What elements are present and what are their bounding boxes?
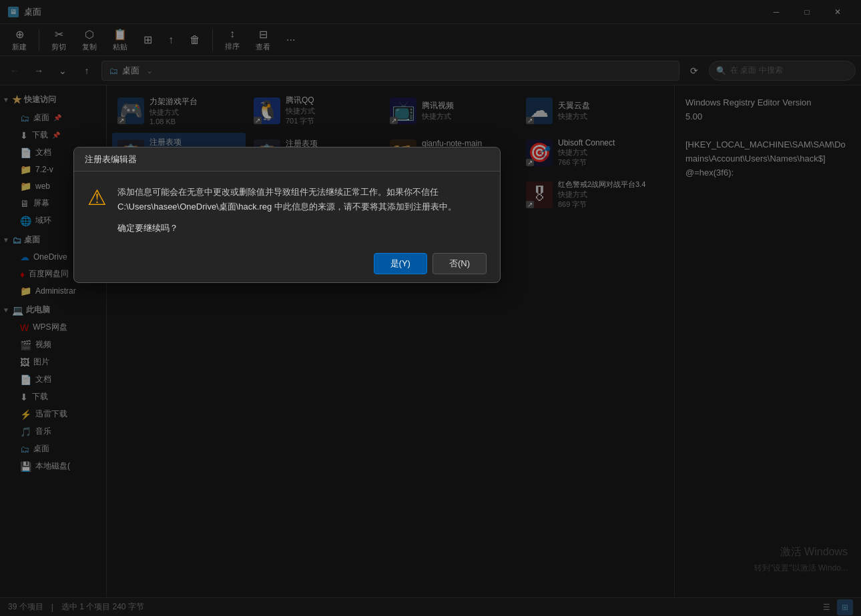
- yes-button[interactable]: 是(Y): [374, 253, 427, 274]
- dialog-msg-main: 添加信息可能会在无意中更改或删除值并导致组件无法继续正常工作。如果你不信任: [117, 187, 439, 197]
- dialog-confirm: 确定要继续吗？: [117, 222, 487, 234]
- dialog-msg-end: 中此信息的来源，请不要将其添加到注册表中。: [274, 202, 457, 212]
- dialog-body: ⚠ 添加信息可能会在无意中更改或删除值并导致组件无法继续正常工作。如果你不信任 …: [74, 172, 500, 245]
- no-button[interactable]: 否(N): [433, 253, 487, 274]
- dialog-title: 注册表编辑器: [85, 153, 137, 166]
- registry-dialog: 注册表编辑器 ⚠ 添加信息可能会在无意中更改或删除值并导致组件无法继续正常工作。…: [73, 147, 501, 283]
- dialog-content: 添加信息可能会在无意中更改或删除值并导致组件无法继续正常工作。如果你不信任 C:…: [117, 185, 487, 234]
- dialog-footer: 是(Y) 否(N): [74, 245, 500, 282]
- warning-icon: ⚠: [87, 185, 107, 234]
- dialog-overlay: 注册表编辑器 ⚠ 添加信息可能会在无意中更改或删除值并导致组件无法继续正常工作。…: [0, 0, 861, 616]
- dialog-msg-path: C:\Users\hasee\OneDrive\桌面\hack.reg: [117, 202, 272, 212]
- dialog-title-bar: 注册表编辑器: [74, 147, 500, 172]
- dialog-message: 添加信息可能会在无意中更改或删除值并导致组件无法继续正常工作。如果你不信任 C:…: [117, 185, 487, 214]
